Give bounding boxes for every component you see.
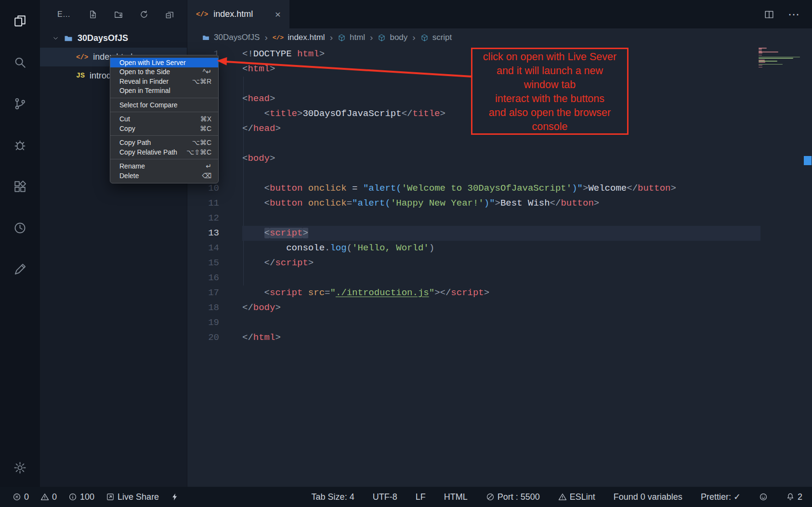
code-token: </ xyxy=(242,332,253,343)
extensions-icon[interactable] xyxy=(0,166,40,207)
line-number: 17 xyxy=(187,286,242,300)
menu-item-shortcut: ↵ xyxy=(199,162,211,170)
code-text: <button onclick = "alert('Welcome to 30D… xyxy=(242,181,676,196)
menu-item-cut[interactable]: Cut⌘X xyxy=(110,115,218,124)
code-token: title xyxy=(412,108,440,119)
smiley-icon xyxy=(759,493,768,501)
scrollbar-mark[interactable] xyxy=(804,156,812,165)
tab-label: index.html xyxy=(213,9,253,19)
settings-gear-icon[interactable] xyxy=(13,461,27,475)
status-feedback[interactable] xyxy=(759,493,768,501)
folder-row-30daysofjs[interactable]: 30DaysOfJS xyxy=(40,29,187,48)
code-line: 13 <script> xyxy=(187,226,812,241)
code-line: 17 <script src="./introduction.js"></scr… xyxy=(187,286,812,300)
code-token: </ xyxy=(550,198,561,208)
breadcrumb-item-script[interactable]: script xyxy=(420,33,452,42)
code-line: 9 xyxy=(187,166,812,181)
menu-item-delete[interactable]: Delete⌫ xyxy=(110,171,218,181)
code-token: script xyxy=(270,228,302,238)
new-file-icon[interactable] xyxy=(88,10,98,19)
status-bar: 00100Live Share Tab Size: 4UTF-8LFHTMLPo… xyxy=(0,487,812,507)
refresh-explorer-icon[interactable] xyxy=(139,10,149,19)
code-token: < xyxy=(264,183,270,194)
edit-session-icon[interactable] xyxy=(0,248,40,290)
status-encoding[interactable]: UTF-8 xyxy=(373,492,397,502)
run-debug-icon[interactable] xyxy=(0,124,40,166)
annotation-text: click on open with Live Sever xyxy=(472,50,627,64)
menu-item-open-in-terminal[interactable]: Open in Terminal xyxy=(110,86,218,96)
bolt-icon xyxy=(170,493,179,501)
menu-item-copy[interactable]: Copy⌘C xyxy=(110,124,218,133)
status-warnings[interactable]: 0 xyxy=(40,492,57,502)
menu-item-open-to-the-side[interactable]: Open to the Side^↵ xyxy=(110,67,218,77)
status-language-mode[interactable]: HTML xyxy=(444,492,468,502)
breadcrumb-item-body[interactable]: body xyxy=(378,33,407,42)
close-icon[interactable]: × xyxy=(275,9,281,20)
breadcrumb-item-html[interactable]: html xyxy=(338,33,365,42)
status-lightning[interactable] xyxy=(170,493,179,501)
status-errors[interactable]: 0 xyxy=(13,492,29,502)
status-live-share[interactable]: Live Share xyxy=(106,492,159,502)
menu-item-shortcut: ⌥⌘C xyxy=(185,139,211,146)
more-actions-icon[interactable]: ⋯ xyxy=(788,9,799,20)
line-number: 15 xyxy=(187,256,242,271)
new-folder-icon[interactable] xyxy=(114,10,123,19)
minimap-line xyxy=(759,65,762,66)
status-prettier[interactable]: Prettier: ✓ xyxy=(701,492,741,502)
status-text: Tab Size: 4 xyxy=(312,492,354,502)
code-token: < xyxy=(242,153,248,164)
status-tab-size[interactable]: Tab Size: 4 xyxy=(312,492,354,502)
code-token: src xyxy=(308,287,325,298)
status-port[interactable]: Port : 5500 xyxy=(486,492,540,502)
code-token: < xyxy=(242,93,248,104)
menu-item-copy-relative-path[interactable]: Copy Relative Path⌥⇧⌘C xyxy=(110,147,218,157)
breadcrumb-label: index.html xyxy=(288,33,325,42)
status-text: 2 xyxy=(798,492,802,502)
status-eslint[interactable]: ESLint xyxy=(558,492,595,502)
annotation-text: and it will launch a new xyxy=(472,64,627,78)
breadcrumb-item-30daysofjs[interactable]: 30DaysOfJS xyxy=(202,33,260,42)
minimap[interactable] xyxy=(759,48,802,68)
menu-item-copy-path[interactable]: Copy Path⌥⌘C xyxy=(110,138,218,148)
menu-item-select-for-compare[interactable]: Select for Compare xyxy=(110,100,218,110)
search-icon[interactable] xyxy=(0,41,40,83)
status-notifications[interactable]: 2 xyxy=(786,492,802,502)
code-token: > xyxy=(275,332,280,343)
code-token xyxy=(302,198,308,208)
explorer-title: E… xyxy=(57,10,70,19)
tab-index-html[interactable]: </>index.html× xyxy=(187,0,289,28)
info-icon xyxy=(68,493,77,501)
code-token: < xyxy=(264,108,270,119)
annotation-text: interact with the buttons xyxy=(472,92,627,106)
collapse-folders-icon[interactable] xyxy=(165,10,174,19)
menu-separator xyxy=(110,135,218,136)
menu-item-open-with-live-server[interactable]: Open with Live Server xyxy=(110,58,218,67)
status-text: UTF-8 xyxy=(373,492,397,502)
source-control-icon[interactable] xyxy=(0,83,40,124)
status-eol[interactable]: LF xyxy=(416,492,426,502)
menu-item-reveal-in-finder[interactable]: Reveal in Finder⌥⌘R xyxy=(110,77,218,86)
split-editor-icon[interactable] xyxy=(764,9,774,20)
menu-item-rename[interactable]: Rename↵ xyxy=(110,162,218,171)
status-info[interactable]: 100 xyxy=(68,492,94,502)
code-token xyxy=(242,228,264,238)
explorer-icon[interactable] xyxy=(0,0,40,41)
code-token: onclick xyxy=(308,183,347,194)
breadcrumb-item-index-html[interactable]: </>index.html xyxy=(273,33,325,42)
minimap-line xyxy=(759,64,783,65)
code-line: 18</body> xyxy=(187,300,812,315)
code-token xyxy=(242,183,264,194)
menu-separator xyxy=(110,112,218,112)
code-token: 'Hello, World' xyxy=(352,243,429,253)
code-token: < xyxy=(242,64,248,74)
menu-item-label: Rename xyxy=(119,162,145,170)
menu-item-label: Cut xyxy=(119,115,130,123)
status-found-variables[interactable]: Found 0 variables xyxy=(614,492,682,502)
code-line: 14 console.log('Hello, World') xyxy=(187,241,812,256)
code-token: 'Happy New Year!' xyxy=(391,198,484,208)
code-token xyxy=(242,198,264,208)
breadcrumb-label: body xyxy=(390,33,407,42)
code-token: title xyxy=(270,108,297,119)
chevron-right-icon: › xyxy=(370,32,373,43)
history-icon[interactable] xyxy=(0,207,40,248)
